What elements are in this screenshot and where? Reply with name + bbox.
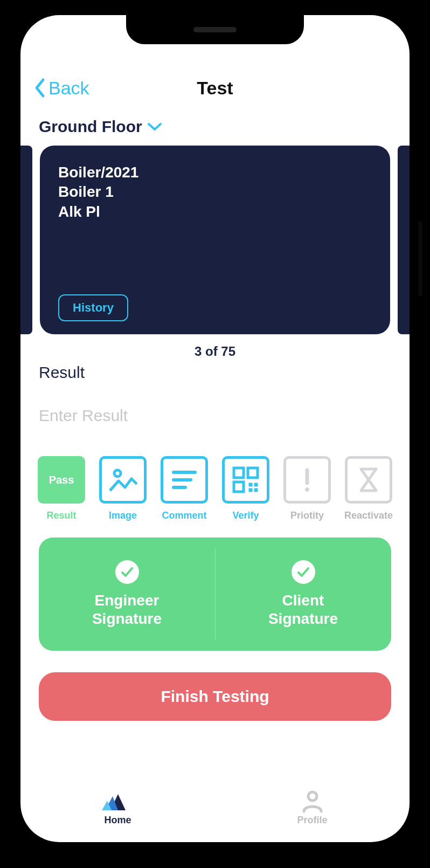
pass-icon: Pass [38, 456, 85, 504]
asset-line-3: Alk Pl [58, 202, 372, 222]
tab-profile[interactable]: Profile [215, 777, 410, 837]
prev-card-peek[interactable] [20, 146, 32, 334]
location-dropdown[interactable]: Ground Floor [20, 107, 410, 140]
finish-testing-button[interactable]: Finish Testing [39, 672, 391, 721]
back-label: Back [48, 78, 89, 99]
check-icon [292, 560, 315, 584]
phone-frame: Back Test Ground Floor Boiler/2021 Boile… [11, 5, 419, 852]
home-icon [102, 789, 134, 812]
svg-rect-10 [254, 488, 258, 492]
chevron-left-icon [33, 78, 46, 98]
action-reactivate[interactable]: Reactivate [342, 456, 396, 521]
action-verify[interactable]: Verify [219, 456, 273, 521]
action-comment[interactable]: Comment [157, 456, 211, 521]
signature-separator [215, 548, 216, 640]
action-image-label: Image [109, 510, 137, 521]
tab-profile-label: Profile [297, 815, 327, 826]
chevron-down-icon [147, 121, 163, 133]
engineer-signature-label: EngineerSignature [92, 591, 162, 628]
tab-home[interactable]: Home [20, 777, 215, 837]
action-image[interactable]: Image [96, 456, 150, 521]
action-verify-label: Verify [232, 510, 259, 521]
svg-rect-6 [234, 482, 244, 492]
asset-line-2: Boiler 1 [58, 182, 372, 202]
action-priority-label: Priotity [290, 510, 324, 521]
priority-icon [283, 456, 331, 504]
action-result-label: Result [46, 510, 76, 521]
phone-speaker [193, 27, 237, 32]
phone-side-button [418, 221, 422, 297]
location-label: Ground Floor [39, 118, 142, 136]
action-result[interactable]: Pass Result [34, 456, 88, 521]
asset-carousel[interactable]: Boiler/2021 Boiler 1 Alk Pl History [20, 146, 410, 334]
phone-notch [126, 15, 304, 44]
check-icon [115, 560, 139, 584]
result-section-label: Result [39, 363, 391, 382]
back-button[interactable]: Back [33, 78, 89, 99]
svg-rect-5 [248, 468, 258, 478]
nav-bar: Back Test [20, 69, 410, 107]
history-button[interactable]: History [58, 294, 128, 321]
svg-point-16 [308, 792, 317, 801]
svg-rect-8 [254, 483, 258, 486]
action-comment-label: Comment [162, 510, 206, 521]
svg-point-0 [114, 470, 121, 477]
next-card-peek[interactable] [398, 146, 410, 334]
tab-home-label: Home [104, 815, 131, 826]
action-row: Pass Result Image [34, 456, 396, 521]
phone-screen: Back Test Ground Floor Boiler/2021 Boile… [20, 15, 410, 842]
svg-rect-4 [234, 468, 244, 478]
page-title: Test [197, 78, 233, 99]
asset-line-1: Boiler/2021 [58, 163, 372, 182]
svg-rect-7 [249, 483, 252, 486]
engineer-signature-button[interactable]: EngineerSignature [39, 538, 215, 651]
app-content: Back Test Ground Floor Boiler/2021 Boile… [20, 15, 410, 842]
hourglass-icon [345, 456, 392, 504]
svg-point-12 [306, 488, 309, 492]
result-input[interactable] [39, 397, 391, 435]
asset-card: Boiler/2021 Boiler 1 Alk Pl History [40, 146, 390, 334]
image-icon [99, 456, 147, 504]
profile-icon [301, 789, 324, 812]
action-reactivate-label: Reactivate [344, 510, 393, 521]
client-signature-button[interactable]: ClientSignature [215, 538, 391, 651]
client-signature-label: ClientSignature [268, 591, 338, 628]
carousel-counter: 3 of 75 [20, 344, 410, 359]
action-priority[interactable]: Priotity [280, 456, 334, 521]
tab-bar: Home Profile [20, 777, 410, 842]
signature-panel: EngineerSignature ClientSignature [39, 538, 391, 651]
svg-rect-9 [249, 488, 252, 492]
comment-icon [161, 456, 208, 504]
qr-icon [222, 456, 269, 504]
